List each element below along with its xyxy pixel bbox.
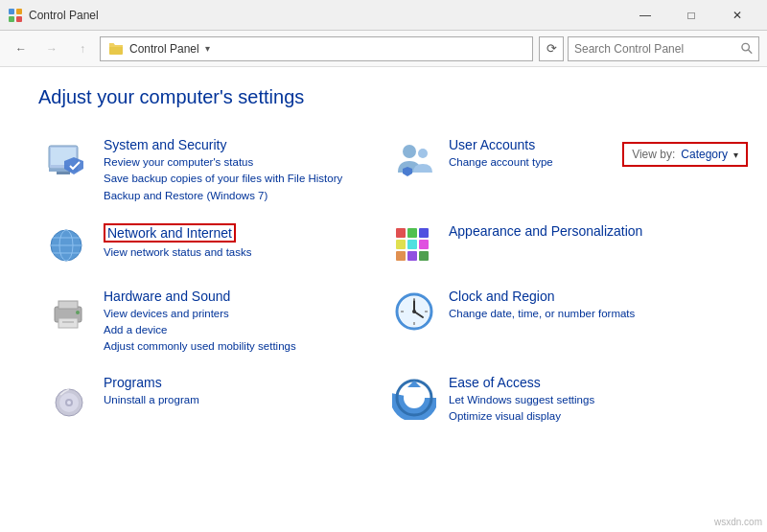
- system-security-title[interactable]: System and Security: [104, 137, 376, 152]
- svg-rect-23: [419, 240, 429, 249]
- address-dropdown-arrow[interactable]: ▾: [205, 43, 210, 54]
- svg-rect-25: [407, 251, 417, 261]
- category-ease[interactable]: Ease of Access Let Windows suggest setti…: [384, 369, 729, 431]
- appearance-title[interactable]: Appearance and Personalization: [449, 223, 721, 239]
- search-icon: [741, 42, 753, 55]
- watermark: wsxdn.com: [714, 517, 762, 527]
- hardware-title[interactable]: Hardware and Sound: [104, 289, 376, 304]
- hardware-icon: [46, 289, 92, 335]
- svg-point-44: [67, 401, 71, 405]
- svg-point-36: [412, 310, 416, 313]
- system-security-content: System and Security Review your computer…: [104, 137, 376, 204]
- settings-grid: System and Security Review your computer…: [38, 131, 729, 430]
- category-network[interactable]: Network and Internet View network status…: [38, 218, 384, 275]
- user-accounts-icon: [391, 137, 437, 183]
- view-by-control[interactable]: View by: Category ▾: [622, 142, 748, 167]
- svg-rect-26: [419, 251, 429, 261]
- category-hardware[interactable]: Hardware and Sound View devices and prin…: [38, 283, 384, 361]
- title-bar: Control Panel — □ ✕: [0, 0, 767, 31]
- maximize-button[interactable]: □: [669, 0, 713, 31]
- system-restore-link[interactable]: Backup and Restore (Windows 7): [104, 188, 376, 204]
- main-content: Adjust your computer's settings View by:…: [0, 67, 767, 450]
- address-field[interactable]: Control Panel ▾: [100, 36, 533, 61]
- view-by-arrow: ▾: [733, 150, 738, 160]
- ease-suggest-link[interactable]: Let Windows suggest settings: [449, 392, 721, 408]
- search-box[interactable]: [568, 36, 759, 61]
- title-bar-left: Control Panel: [8, 8, 99, 23]
- view-by-value: Category: [681, 148, 728, 161]
- network-title[interactable]: Network and Internet: [104, 223, 236, 243]
- forward-button[interactable]: →: [38, 35, 65, 62]
- view-by-label: View by:: [632, 148, 675, 161]
- title-text: Control Panel: [29, 9, 99, 22]
- svg-rect-1: [16, 9, 22, 14]
- svg-rect-24: [396, 251, 406, 261]
- refresh-button[interactable]: ⟳: [539, 36, 564, 61]
- clock-date-link[interactable]: Change date, time, or number formats: [449, 306, 721, 322]
- control-panel-icon: [8, 8, 23, 23]
- svg-rect-18: [396, 228, 406, 238]
- hardware-printers-link[interactable]: View devices and printers: [104, 306, 376, 322]
- search-input[interactable]: [574, 42, 741, 56]
- programs-title[interactable]: Programs: [104, 375, 376, 390]
- svg-point-5: [742, 43, 749, 50]
- svg-rect-28: [58, 301, 78, 309]
- address-text: Control Panel: [129, 42, 199, 56]
- system-review-link[interactable]: Review your computer's status: [104, 154, 376, 171]
- svg-rect-0: [9, 9, 14, 14]
- back-button[interactable]: ←: [8, 35, 35, 62]
- ease-title[interactable]: Ease of Access: [449, 375, 721, 390]
- svg-rect-2: [9, 16, 14, 22]
- svg-rect-3: [16, 16, 22, 22]
- svg-rect-30: [62, 321, 74, 323]
- ease-content: Ease of Access Let Windows suggest setti…: [449, 375, 721, 426]
- svg-rect-22: [407, 240, 417, 249]
- clock-content: Clock and Region Change date, time, or n…: [449, 289, 721, 322]
- minimize-button[interactable]: —: [623, 0, 667, 31]
- ease-icon: [391, 375, 437, 421]
- hardware-content: Hardware and Sound View devices and prin…: [104, 289, 376, 356]
- ease-visual-link[interactable]: Optimize visual display: [449, 408, 721, 425]
- category-programs[interactable]: Programs Uninstall a program: [38, 369, 384, 431]
- network-content: Network and Internet View network status…: [104, 223, 376, 261]
- svg-point-31: [76, 311, 80, 314]
- svg-line-6: [748, 50, 752, 54]
- system-security-icon: [46, 137, 92, 183]
- appearance-content: Appearance and Personalization: [449, 223, 721, 241]
- programs-uninstall-link[interactable]: Uninstall a program: [104, 392, 376, 408]
- hardware-add-link[interactable]: Add a device: [104, 322, 376, 338]
- page-title: Adjust your computer's settings: [38, 86, 729, 108]
- category-system-security[interactable]: System and Security Review your computer…: [38, 131, 384, 210]
- svg-point-12: [418, 149, 428, 158]
- svg-rect-21: [396, 240, 406, 249]
- network-icon: [46, 223, 92, 269]
- category-clock[interactable]: Clock and Region Change date, time, or n…: [384, 283, 729, 361]
- address-bar: ← → ↑ Control Panel ▾ ⟳: [0, 31, 767, 67]
- close-button[interactable]: ✕: [715, 0, 759, 31]
- programs-content: Programs Uninstall a program: [104, 375, 376, 408]
- svg-rect-20: [419, 228, 429, 238]
- folder-icon: [108, 41, 124, 57]
- svg-rect-19: [407, 228, 417, 238]
- up-button[interactable]: ↑: [69, 35, 96, 62]
- hardware-mobility-link[interactable]: Adjust commonly used mobility settings: [104, 338, 376, 355]
- clock-icon: [391, 289, 437, 335]
- system-backup-link[interactable]: Save backup copies of your files with Fi…: [104, 171, 376, 187]
- category-appearance[interactable]: Appearance and Personalization: [384, 218, 729, 275]
- title-bar-controls: — □ ✕: [623, 0, 759, 31]
- programs-icon: [46, 375, 92, 421]
- appearance-icon: [391, 223, 437, 269]
- svg-rect-10: [57, 172, 70, 174]
- network-status-link[interactable]: View network status and tasks: [104, 244, 376, 261]
- svg-point-11: [403, 145, 416, 158]
- clock-title[interactable]: Clock and Region: [449, 289, 721, 304]
